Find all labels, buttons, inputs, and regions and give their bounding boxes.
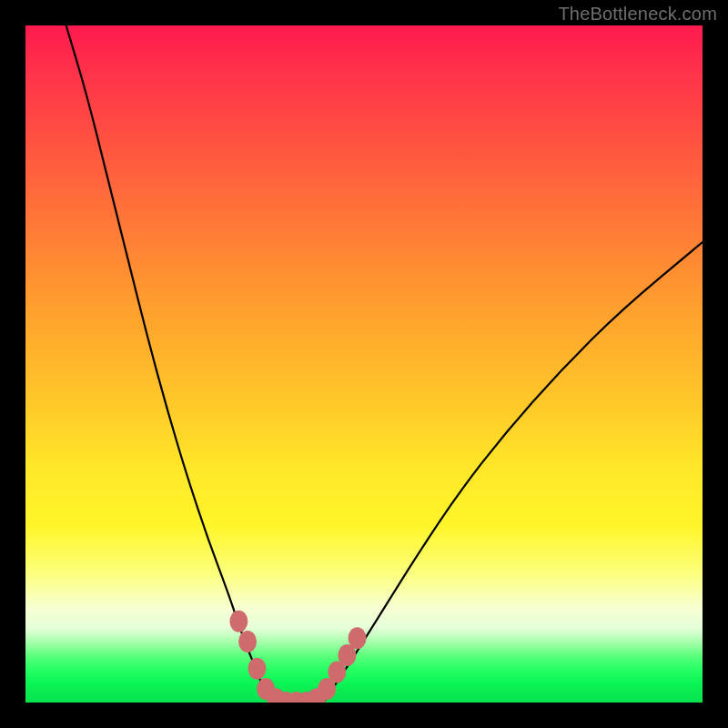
plot-area	[25, 25, 703, 703]
curve-group	[66, 25, 703, 703]
watermark-text: TheBottleneck.com	[558, 4, 717, 25]
plot-svg	[25, 25, 703, 703]
curve-marker	[248, 658, 266, 680]
bottleneck-curve-left	[66, 25, 269, 703]
curve-marker	[349, 627, 367, 649]
curve-marker	[229, 611, 248, 632]
chart-frame: TheBottleneck.com	[0, 0, 728, 728]
curve-marker	[238, 631, 257, 652]
bottleneck-curve-right	[323, 242, 703, 703]
